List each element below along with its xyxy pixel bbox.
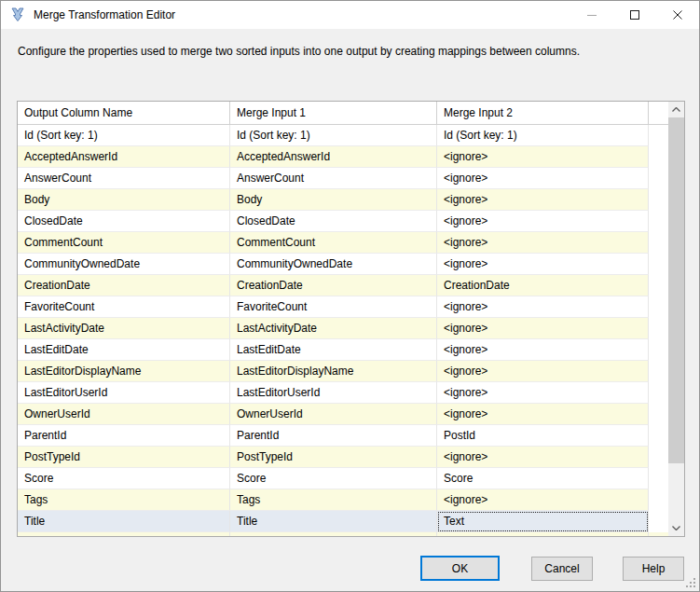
- grid-cell-input1[interactable]: LastActivityDate: [230, 318, 437, 339]
- table-row: FavoriteCount FavoriteCount <ignore>: [18, 296, 668, 318]
- grid-cell-input2[interactable]: <ignore>: [437, 146, 649, 168]
- grid-cell-input1[interactable]: FavoriteCount: [230, 296, 437, 318]
- merge-transform-icon: [10, 7, 25, 22]
- grid-cell-input1[interactable]: LastEditorDisplayName: [230, 361, 437, 382]
- grid-cell-input1[interactable]: Id (Sort key: 1): [230, 125, 437, 146]
- table-row: OwnerUserId OwnerUserId <ignore>: [18, 404, 668, 425]
- grid-body: Id (Sort key: 1) Id (Sort key: 1) Id (So…: [18, 125, 668, 532]
- row-filler: [649, 125, 668, 146]
- minimize-icon: [570, 1, 613, 29]
- table-row: Title Title Text: [18, 511, 668, 532]
- grid-cell-input1[interactable]: AcceptedAnswerId: [230, 146, 437, 168]
- grid-cell-output[interactable]: Title: [18, 511, 230, 532]
- grid-cell-input2[interactable]: <ignore>: [437, 382, 649, 404]
- table-row: Body Body <ignore>: [18, 189, 668, 211]
- grid-cell-output[interactable]: CommunityOwnedDate: [18, 254, 230, 275]
- merge-transformation-editor-dialog: Merge Transformation Editor Configure th…: [0, 0, 700, 592]
- grid-cell-input2[interactable]: <ignore>: [437, 339, 649, 361]
- grid-cell-input2[interactable]: <ignore>: [437, 404, 649, 425]
- table-row: Tags Tags <ignore>: [18, 489, 668, 511]
- maximize-icon[interactable]: [613, 1, 656, 29]
- grid-cell-output[interactable]: OwnerUserId: [18, 404, 230, 425]
- grid-cell-input1[interactable]: CommunityOwnedDate: [230, 254, 437, 275]
- grid-cell-input1[interactable]: Title: [230, 511, 437, 532]
- row-filler: [649, 275, 668, 296]
- table-row: LastActivityDate LastActivityDate <ignor…: [18, 318, 668, 339]
- grid-cell-input2[interactable]: Id (Sort key: 1): [437, 125, 649, 146]
- grid-cell-output[interactable]: CommentCount: [18, 232, 230, 254]
- grid-cell-input2[interactable]: <ignore>: [437, 211, 649, 232]
- grid-cell-input2[interactable]: PostId: [437, 425, 649, 447]
- column-header-input2: Merge Input 2: [437, 102, 649, 124]
- row-filler: [649, 211, 668, 232]
- row-filler: [649, 468, 668, 489]
- grid-cell-output[interactable]: FavoriteCount: [18, 296, 230, 318]
- vertical-scrollbar[interactable]: [668, 102, 684, 536]
- grid-cell-output[interactable]: AcceptedAnswerId: [18, 146, 230, 168]
- grid-cell-output[interactable]: Score: [18, 468, 230, 489]
- grid-cell-input1[interactable]: ParentId: [230, 425, 437, 447]
- grid-cell-output[interactable]: LastEditDate: [18, 339, 230, 361]
- grid-cell-input2[interactable]: <ignore>: [437, 254, 649, 275]
- row-filler: [649, 254, 668, 275]
- grid-cell-input2[interactable]: Text: [437, 511, 649, 532]
- grid-cell-output[interactable]: AnswerCount: [18, 168, 230, 189]
- grid-cell-input2[interactable]: <ignore>: [437, 296, 649, 318]
- scroll-up-icon[interactable]: [668, 102, 684, 117]
- cancel-button[interactable]: Cancel: [531, 557, 593, 581]
- grid-cell-input1[interactable]: OwnerUserId: [230, 404, 437, 425]
- resize-grip[interactable]: [685, 577, 696, 588]
- grid-cell-output[interactable]: LastEditorUserId: [18, 382, 230, 404]
- grid-cell-input2[interactable]: <ignore>: [437, 489, 649, 511]
- grid-cell-input1[interactable]: LastEditorUserId: [230, 382, 437, 404]
- grid-cell-input2[interactable]: CreationDate: [437, 275, 649, 296]
- grid-cell-output[interactable]: LastActivityDate: [18, 318, 230, 339]
- window-title: Merge Transformation Editor: [34, 1, 175, 29]
- table-row: ClosedDate ClosedDate <ignore>: [18, 211, 668, 232]
- grid-cell-input1[interactable]: Score: [230, 468, 437, 489]
- grid-cell-input2[interactable]: <ignore>: [437, 168, 649, 189]
- grid-cell-output[interactable]: ParentId: [18, 425, 230, 447]
- help-button[interactable]: Help: [623, 557, 684, 581]
- grid-cell-input2[interactable]: <ignore>: [437, 447, 649, 468]
- table-row: CommunityOwnedDate CommunityOwnedDate <i…: [18, 254, 668, 275]
- grid-cell-input2[interactable]: <ignore>: [437, 189, 649, 211]
- grid-cell-output[interactable]: ClosedDate: [18, 211, 230, 232]
- scrollbar-thumb[interactable]: [668, 117, 684, 463]
- partial-next-row: [18, 532, 668, 536]
- grid-cell-input1[interactable]: LastEditDate: [230, 339, 437, 361]
- scroll-down-icon[interactable]: [668, 520, 684, 536]
- row-filler: [649, 361, 668, 382]
- grid-cell-output[interactable]: Body: [18, 189, 230, 211]
- table-row: CreationDate CreationDate CreationDate: [18, 275, 668, 296]
- grid-cell-output[interactable]: Id (Sort key: 1): [18, 125, 230, 146]
- row-filler: [649, 232, 668, 254]
- mapping-grid: Output Column Name Merge Input 1 Merge I…: [17, 101, 685, 537]
- grid-cell-input2[interactable]: <ignore>: [437, 318, 649, 339]
- table-row: PostTypeId PostTypeId <ignore>: [18, 447, 668, 468]
- grid-cell-output[interactable]: PostTypeId: [18, 447, 230, 468]
- grid-cell-input1[interactable]: Body: [230, 189, 437, 211]
- row-filler: [649, 339, 668, 361]
- grid-cell-input1[interactable]: CreationDate: [230, 275, 437, 296]
- grid-cell-input2[interactable]: <ignore>: [437, 232, 649, 254]
- row-filler: [649, 318, 668, 339]
- row-filler: [649, 425, 668, 447]
- ok-button[interactable]: OK: [420, 556, 500, 581]
- grid-cell-input2[interactable]: Score: [437, 468, 649, 489]
- grid-cell-output[interactable]: Tags: [18, 489, 230, 511]
- grid-cell-input1[interactable]: AnswerCount: [230, 168, 437, 189]
- table-row: AcceptedAnswerId AcceptedAnswerId <ignor…: [18, 146, 668, 168]
- grid-cell-input1[interactable]: Tags: [230, 489, 437, 511]
- grid-cell-input1[interactable]: CommentCount: [230, 232, 437, 254]
- grid-cell-input2[interactable]: <ignore>: [437, 361, 649, 382]
- dialog-description: Configure the properties used to merge t…: [18, 45, 679, 59]
- grid-cell-output[interactable]: LastEditorDisplayName: [18, 361, 230, 382]
- table-row: Id (Sort key: 1) Id (Sort key: 1) Id (So…: [18, 125, 668, 146]
- grid-cell-input1[interactable]: ClosedDate: [230, 211, 437, 232]
- close-icon[interactable]: [656, 1, 699, 29]
- grid-cell-output[interactable]: CreationDate: [18, 275, 230, 296]
- table-row: LastEditDate LastEditDate <ignore>: [18, 339, 668, 361]
- titlebar[interactable]: Merge Transformation Editor: [1, 1, 699, 29]
- grid-cell-input1[interactable]: PostTypeId: [230, 447, 437, 468]
